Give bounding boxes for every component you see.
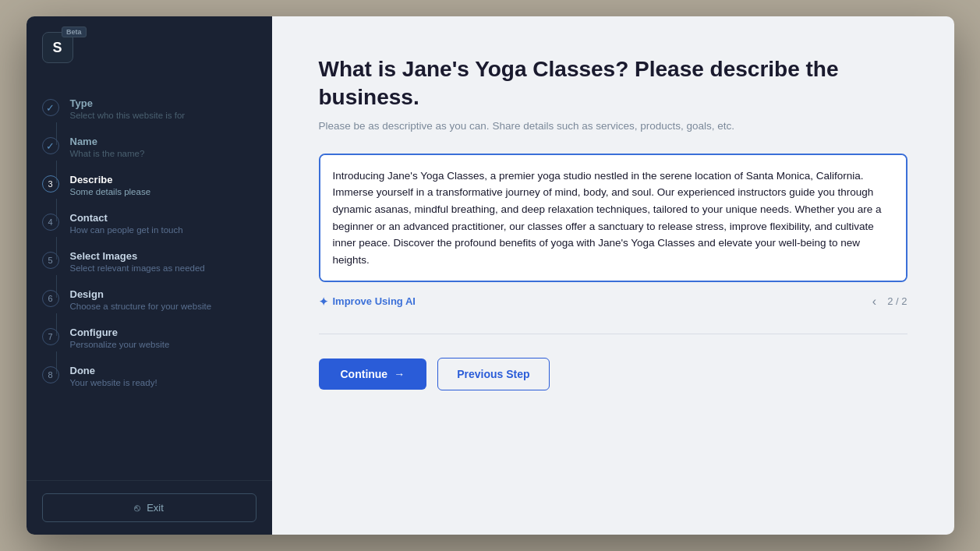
pagination: ‹ 2 / 2 bbox=[869, 293, 907, 310]
step-subtitle-4: How can people get in touch bbox=[70, 225, 183, 235]
step-content-4: ContactHow can people get in touch bbox=[70, 212, 183, 235]
sidebar-step-2[interactable]: ✓NameWhat is the name? bbox=[27, 128, 272, 166]
step-content-6: DesignChoose a structure for your websit… bbox=[70, 288, 212, 311]
sidebar-exit: ⎋ Exit bbox=[27, 480, 272, 535]
step-subtitle-2: What is the name? bbox=[70, 149, 145, 158]
previous-step-button[interactable]: Previous Step bbox=[437, 358, 549, 390]
exit-label: Exit bbox=[147, 502, 164, 514]
step-title-7: Configure bbox=[70, 327, 170, 338]
logo-box: S Beta bbox=[42, 32, 73, 63]
step-indicator-5: 5 bbox=[42, 252, 59, 269]
step-indicator-6: 6 bbox=[42, 290, 59, 307]
continue-button[interactable]: Continue → bbox=[319, 359, 427, 390]
exit-button[interactable]: ⎋ Exit bbox=[42, 493, 256, 522]
previous-label: Previous Step bbox=[457, 368, 529, 380]
step-subtitle-8: Your website is ready! bbox=[70, 378, 157, 387]
step-title-5: Select Images bbox=[70, 250, 205, 262]
beta-badge: Beta bbox=[62, 26, 87, 37]
logo-letter: S bbox=[52, 40, 62, 56]
check-icon: ✓ bbox=[46, 140, 55, 152]
sidebar-step-3[interactable]: 3DescribeSome details please bbox=[27, 166, 272, 204]
sidebar-step-5[interactable]: 5Select ImagesSelect relevant images as … bbox=[27, 242, 272, 281]
page-title: What is Jane's Yoga Classes? Please desc… bbox=[319, 55, 907, 112]
step-indicator-8: 8 bbox=[42, 366, 59, 383]
arrow-right-icon: → bbox=[394, 368, 405, 380]
pagination-current: 2 bbox=[887, 295, 893, 307]
exit-icon: ⎋ bbox=[134, 502, 140, 514]
step-content-2: NameWhat is the name? bbox=[70, 136, 145, 158]
sidebar: S Beta ✓TypeSelect who this website is f… bbox=[27, 16, 272, 535]
check-icon: ✓ bbox=[46, 102, 55, 114]
app-window: S Beta ✓TypeSelect who this website is f… bbox=[27, 16, 954, 535]
sidebar-step-1[interactable]: ✓TypeSelect who this website is for bbox=[27, 90, 272, 128]
step-content-1: TypeSelect who this website is for bbox=[70, 97, 186, 120]
page-subtitle: Please be as descriptive as you can. Sha… bbox=[319, 120, 907, 132]
step-indicator-1: ✓ bbox=[42, 99, 59, 116]
pagination-total: 2 bbox=[901, 295, 907, 307]
step-subtitle-5: Select relevant images as needed bbox=[70, 263, 205, 273]
wand-icon: ✦ bbox=[319, 295, 328, 308]
step-title-3: Describe bbox=[70, 174, 151, 185]
improve-ai-label: Improve Using AI bbox=[333, 295, 416, 307]
sidebar-logo: S Beta bbox=[27, 16, 272, 82]
main-content: What is Jane's Yoga Classes? Please desc… bbox=[272, 16, 954, 535]
sidebar-step-7[interactable]: 7ConfigurePersonalize your website bbox=[27, 319, 272, 357]
pagination-prev-button[interactable]: ‹ bbox=[869, 293, 879, 310]
step-title-1: Type bbox=[70, 97, 186, 109]
step-subtitle-6: Choose a structure for your website bbox=[70, 302, 212, 311]
step-subtitle-1: Select who this website is for bbox=[70, 111, 186, 120]
step-indicator-7: 7 bbox=[42, 328, 59, 345]
step-title-2: Name bbox=[70, 136, 145, 147]
step-indicator-4: 4 bbox=[42, 214, 59, 231]
divider bbox=[319, 334, 907, 334]
step-subtitle-3: Some details please bbox=[70, 187, 151, 196]
step-indicator-3: 3 bbox=[42, 175, 59, 192]
sidebar-step-4[interactable]: 4ContactHow can people get in touch bbox=[27, 204, 272, 242]
continue-label: Continue bbox=[341, 368, 388, 380]
step-indicator-2: ✓ bbox=[42, 137, 59, 154]
step-title-6: Design bbox=[70, 288, 212, 300]
step-title-4: Contact bbox=[70, 212, 183, 224]
pagination-text: 2 / 2 bbox=[887, 295, 907, 307]
step-subtitle-7: Personalize your website bbox=[70, 340, 170, 349]
step-content-5: Select ImagesSelect relevant images as n… bbox=[70, 250, 205, 273]
sidebar-steps: ✓TypeSelect who this website is for✓Name… bbox=[27, 82, 272, 480]
step-content-7: ConfigurePersonalize your website bbox=[70, 327, 170, 349]
improve-ai-button[interactable]: ✦ Improve Using AI bbox=[319, 295, 416, 308]
step-content-3: DescribeSome details please bbox=[70, 174, 151, 196]
description-textarea[interactable] bbox=[319, 154, 907, 282]
sidebar-step-8[interactable]: 8DoneYour website is ready! bbox=[27, 357, 272, 395]
step-content-8: DoneYour website is ready! bbox=[70, 365, 157, 387]
sidebar-step-6[interactable]: 6DesignChoose a structure for your websi… bbox=[27, 281, 272, 319]
textarea-footer: ✦ Improve Using AI ‹ 2 / 2 bbox=[319, 293, 907, 310]
step-title-8: Done bbox=[70, 365, 157, 376]
action-buttons: Continue → Previous Step bbox=[319, 358, 907, 390]
